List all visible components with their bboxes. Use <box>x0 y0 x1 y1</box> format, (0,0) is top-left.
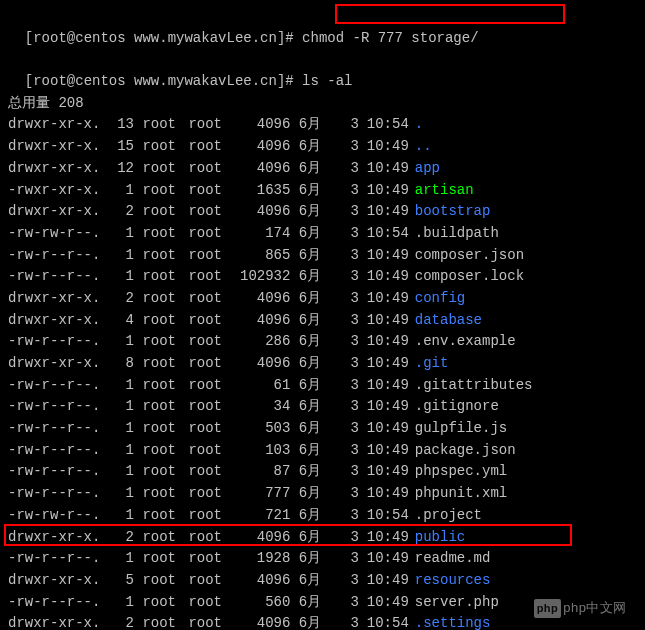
permissions: drwxr-xr-x. <box>8 201 104 223</box>
day: 3 <box>335 223 359 245</box>
group: root <box>188 613 234 630</box>
file-size: 4096 <box>234 613 290 630</box>
link-count: 1 <box>104 331 134 353</box>
file-size: 4096 <box>234 570 290 592</box>
time: 10:49 <box>359 548 409 570</box>
permissions: drwxr-xr-x. <box>8 158 104 180</box>
owner: root <box>142 201 188 223</box>
file-size: 4096 <box>234 201 290 223</box>
month: 6月 <box>299 505 335 527</box>
group: root <box>188 418 234 440</box>
permissions: -rw-r--r--. <box>8 266 104 288</box>
permissions: -rw-r--r--. <box>8 245 104 267</box>
file-size: 286 <box>234 331 290 353</box>
table-row: -rw-r--r--.1 rootroot87 6月310:49phpspec.… <box>8 461 637 483</box>
table-row: -rw-r--r--.1 rootroot865 6月310:49compose… <box>8 245 637 267</box>
file-name: config <box>409 290 465 306</box>
link-count: 2 <box>104 288 134 310</box>
group: root <box>188 396 234 418</box>
group: root <box>188 505 234 527</box>
day: 3 <box>335 136 359 158</box>
day: 3 <box>335 483 359 505</box>
owner: root <box>142 245 188 267</box>
owner: root <box>142 418 188 440</box>
file-name: bootstrap <box>409 203 491 219</box>
file-size: 721 <box>234 505 290 527</box>
permissions: -rw-r--r--. <box>8 375 104 397</box>
time: 10:49 <box>359 592 409 614</box>
file-size: 503 <box>234 418 290 440</box>
group: root <box>188 483 234 505</box>
owner: root <box>142 483 188 505</box>
day: 3 <box>335 180 359 202</box>
group: root <box>188 158 234 180</box>
day: 3 <box>335 310 359 332</box>
link-count: 5 <box>104 570 134 592</box>
time: 10:49 <box>359 418 409 440</box>
group: root <box>188 136 234 158</box>
month: 6月 <box>299 310 335 332</box>
file-size: 865 <box>234 245 290 267</box>
watermark-logo: php <box>534 599 562 618</box>
month: 6月 <box>299 396 335 418</box>
owner: root <box>142 592 188 614</box>
time: 10:49 <box>359 527 409 549</box>
link-count: 8 <box>104 353 134 375</box>
permissions: drwxr-xr-x. <box>8 613 104 630</box>
table-row: -rw-rw-r--.1 rootroot174 6月310:54.buildp… <box>8 223 637 245</box>
link-count: 1 <box>104 375 134 397</box>
time: 10:49 <box>359 353 409 375</box>
group: root <box>188 461 234 483</box>
owner: root <box>142 158 188 180</box>
link-count: 1 <box>104 461 134 483</box>
time: 10:49 <box>359 288 409 310</box>
owner: root <box>142 136 188 158</box>
table-row: -rw-r--r--.1 rootroot286 6月310:49.env.ex… <box>8 331 637 353</box>
time: 10:49 <box>359 158 409 180</box>
time: 10:49 <box>359 440 409 462</box>
permissions: drwxr-xr-x. <box>8 527 104 549</box>
day: 3 <box>335 201 359 223</box>
link-count: 2 <box>104 613 134 630</box>
permissions: drwxr-xr-x. <box>8 310 104 332</box>
day: 3 <box>335 353 359 375</box>
group: root <box>188 353 234 375</box>
command-chmod: chmod -R 777 storage/ <box>302 30 478 46</box>
day: 3 <box>335 266 359 288</box>
command-ls: ls -al <box>302 73 352 89</box>
table-row: -rw-rw-r--.1 rootroot721 6月310:54.projec… <box>8 505 637 527</box>
month: 6月 <box>299 180 335 202</box>
file-name: app <box>409 160 440 176</box>
month: 6月 <box>299 288 335 310</box>
time: 10:49 <box>359 483 409 505</box>
file-size: 102932 <box>234 266 290 288</box>
link-count: 1 <box>104 223 134 245</box>
table-row: -rw-r--r--.1 rootroot777 6月310:49phpunit… <box>8 483 637 505</box>
time: 10:49 <box>359 375 409 397</box>
month: 6月 <box>299 461 335 483</box>
month: 6月 <box>299 375 335 397</box>
time: 10:49 <box>359 310 409 332</box>
watermark: phpphp中文网 <box>534 598 627 618</box>
file-name: .gitignore <box>409 398 499 414</box>
table-row: -rw-r--r--.1 rootroot503 6月310:49gulpfil… <box>8 418 637 440</box>
table-row: drwxr-xr-x.5 rootroot4096 6月310:49resour… <box>8 570 637 592</box>
owner: root <box>142 266 188 288</box>
time: 10:49 <box>359 136 409 158</box>
month: 6月 <box>299 613 335 630</box>
owner: root <box>142 396 188 418</box>
permissions: -rw-r--r--. <box>8 396 104 418</box>
file-size: 4096 <box>234 310 290 332</box>
day: 3 <box>335 245 359 267</box>
file-size: 4096 <box>234 353 290 375</box>
file-size: 560 <box>234 592 290 614</box>
file-size: 87 <box>234 461 290 483</box>
group: root <box>188 570 234 592</box>
month: 6月 <box>299 483 335 505</box>
group: root <box>188 245 234 267</box>
day: 3 <box>335 440 359 462</box>
table-row: -rw-r--r--.1 rootroot103 6月310:49package… <box>8 440 637 462</box>
time: 10:49 <box>359 331 409 353</box>
permissions: drwxr-xr-x. <box>8 136 104 158</box>
day: 3 <box>335 461 359 483</box>
